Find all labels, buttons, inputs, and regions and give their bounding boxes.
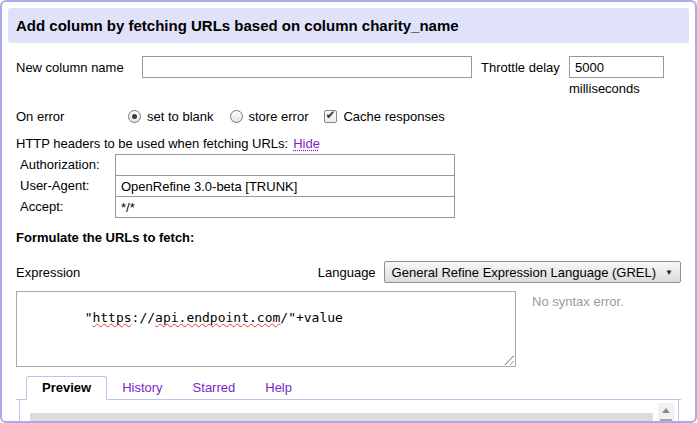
tab-help[interactable]: Help xyxy=(250,377,307,399)
add-column-fetch-urls-dialog: Add column by fetching URLs based on col… xyxy=(0,0,697,423)
radio-icon[interactable] xyxy=(128,110,141,123)
on-error-row: On error set to blank store error Cache … xyxy=(16,109,681,124)
on-error-store-error-option[interactable]: store error xyxy=(230,109,309,124)
language-group: Language General Refine Expression Langu… xyxy=(318,261,681,283)
formulate-urls-label: Formulate the URLs to fetch: xyxy=(16,230,681,245)
throttle-delay-group: milliseconds xyxy=(569,56,664,96)
preview-table: row value "https://api.endpoint.com/"+va… xyxy=(30,403,653,423)
chevron-down-icon: ▼ xyxy=(665,268,673,277)
radio-icon[interactable] xyxy=(230,110,243,123)
cache-responses-label: Cache responses xyxy=(343,109,444,124)
on-error-label: On error xyxy=(16,109,128,124)
throttle-delay-label: Throttle delay xyxy=(481,56,565,75)
authorization-input[interactable] xyxy=(115,154,455,176)
dialog-title: Add column by fetching URLs based on col… xyxy=(8,8,689,43)
new-column-name-label: New column name xyxy=(16,56,142,75)
accept-row: Accept: xyxy=(16,196,681,217)
scroll-up-arrow-icon xyxy=(662,408,670,413)
language-label: Language xyxy=(318,265,376,280)
syntax-status: No syntax error. xyxy=(532,291,624,309)
tab-preview[interactable]: Preview xyxy=(26,376,107,400)
checkbox-icon[interactable] xyxy=(324,110,337,123)
user-agent-label: User-Agent: xyxy=(16,178,115,193)
hide-headers-link[interactable]: Hide xyxy=(293,136,320,151)
authorization-row: Authorization: xyxy=(16,154,681,175)
tab-bar: Preview History Starred Help xyxy=(16,376,681,400)
scroll-up-button[interactable] xyxy=(658,403,674,417)
authorization-label: Authorization: xyxy=(16,157,115,172)
expression-language-row: Expression Language General Refine Expre… xyxy=(16,261,681,283)
scrollbar-thumb[interactable] xyxy=(660,419,672,423)
new-column-name-input[interactable] xyxy=(142,56,472,78)
user-agent-input[interactable] xyxy=(115,175,455,197)
cache-responses-option[interactable]: Cache responses xyxy=(324,109,444,124)
expression-label: Expression xyxy=(16,265,80,280)
tab-history[interactable]: History xyxy=(107,377,177,399)
expression-input[interactable]: "https://api.endpoint.com/"+value xyxy=(16,291,516,367)
language-select[interactable]: General Refine Expression Language (GREL… xyxy=(384,261,681,283)
on-error-set-to-blank-label: set to blank xyxy=(147,109,214,124)
new-column-name-row: New column name Throttle delay milliseco… xyxy=(16,56,681,96)
language-select-value: General Refine Expression Language (GREL… xyxy=(392,265,656,280)
accept-input[interactable] xyxy=(115,196,455,218)
preview-scrollbar[interactable] xyxy=(658,403,674,423)
expression-editor-row: "https://api.endpoint.com/"+value No syn… xyxy=(16,291,681,367)
on-error-store-error-label: store error xyxy=(249,109,309,124)
http-headers-grid: Authorization: User-Agent: Accept: xyxy=(16,154,681,217)
accept-label: Accept: xyxy=(16,199,115,214)
throttle-delay-input[interactable] xyxy=(569,56,664,78)
on-error-set-to-blank-option[interactable]: set to blank xyxy=(128,109,214,124)
throttle-delay-unit: milliseconds xyxy=(569,81,664,96)
preview-panel: row value "https://api.endpoint.com/"+va… xyxy=(19,400,679,423)
preview-table-header: row value "https://api.endpoint.com/"+va… xyxy=(30,413,653,423)
expression-text: "https://api.endpoint.com/"+value xyxy=(85,310,343,325)
http-headers-row: HTTP headers to be used when fetching UR… xyxy=(16,136,681,151)
tab-starred[interactable]: Starred xyxy=(178,377,251,399)
resize-handle-icon[interactable] xyxy=(504,355,514,365)
dialog-body: New column name Throttle delay milliseco… xyxy=(8,56,689,423)
user-agent-row: User-Agent: xyxy=(16,175,681,196)
http-headers-label: HTTP headers to be used when fetching UR… xyxy=(16,136,288,151)
